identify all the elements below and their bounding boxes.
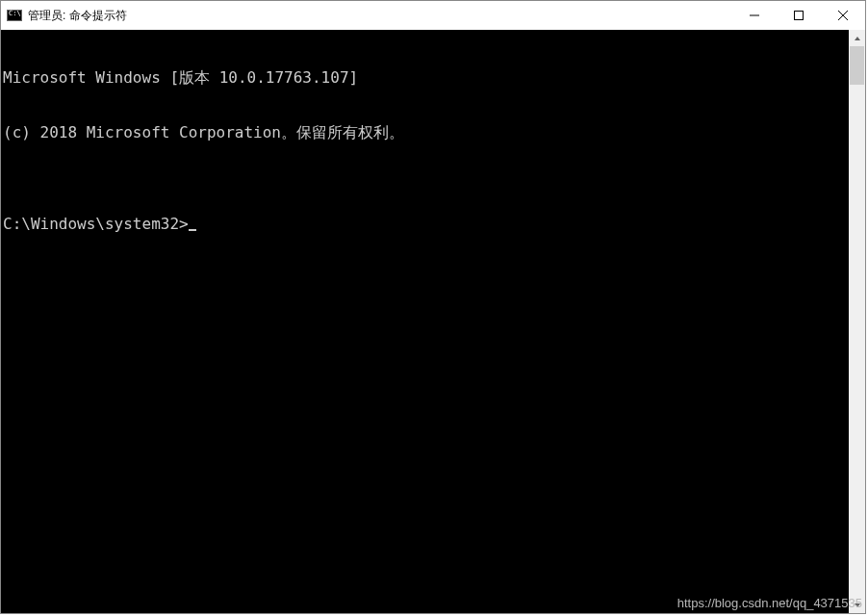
prompt-line: C:\Windows\system32> [3, 215, 849, 233]
content-area: Microsoft Windows [版本 10.0.17763.107] (c… [1, 30, 865, 613]
scrollbar-down-button[interactable] [849, 597, 865, 613]
terminal-line: Microsoft Windows [版本 10.0.17763.107] [3, 68, 849, 87]
window-title: 管理员: 命令提示符 [28, 8, 127, 24]
maximize-button[interactable] [777, 1, 821, 30]
svg-marker-4 [855, 37, 860, 40]
cmd-icon: C:\ [7, 8, 22, 23]
window-controls [732, 1, 865, 30]
scrollbar-track[interactable] [849, 46, 865, 597]
vertical-scrollbar[interactable] [849, 30, 865, 613]
minimize-button[interactable] [732, 1, 777, 30]
titlebar[interactable]: C:\ 管理员: 命令提示符 [1, 1, 865, 30]
titlebar-left: C:\ 管理员: 命令提示符 [7, 8, 127, 24]
svg-rect-1 [795, 12, 804, 20]
terminal-output[interactable]: Microsoft Windows [版本 10.0.17763.107] (c… [1, 30, 849, 613]
scrollbar-up-button[interactable] [849, 30, 865, 46]
prompt-text: C:\Windows\system32> [3, 215, 189, 233]
command-prompt-window: C:\ 管理员: 命令提示符 Microsoft Windows [版本 10.… [0, 0, 866, 614]
scrollbar-thumb[interactable] [850, 46, 864, 85]
close-button[interactable] [821, 1, 865, 30]
terminal-line: (c) 2018 Microsoft Corporation。保留所有权利。 [3, 123, 849, 141]
cursor [189, 229, 196, 231]
svg-marker-5 [855, 603, 860, 607]
